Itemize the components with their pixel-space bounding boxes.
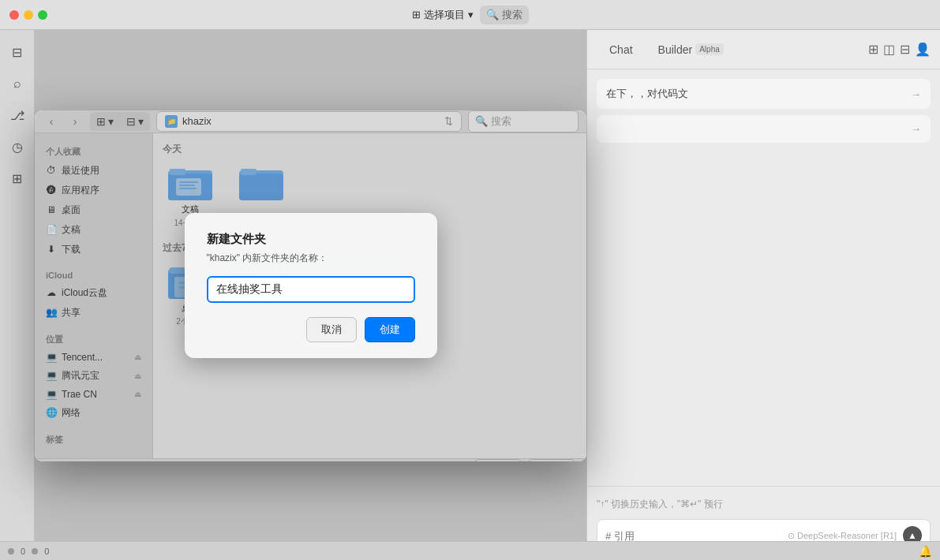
chevron-down-icon: ▾ (468, 9, 474, 21)
minimize-button[interactable] (24, 10, 33, 20)
chat-input[interactable] (605, 530, 781, 542)
message-text-1: 在下，，对代码文 (606, 87, 688, 101)
send-icon: ▲ (908, 530, 917, 541)
new-folder-dialog: 新建文件夹 "khazix" 内新文件夹的名称： 取消 创建 (185, 213, 437, 358)
traffic-lights (9, 10, 47, 20)
alpha-badge: Alpha (695, 43, 724, 55)
search-placeholder-text: 搜索 (502, 8, 522, 22)
status-dot-2 (32, 548, 38, 554)
status-dot-1 (8, 548, 14, 554)
sidebar-item-search[interactable]: ⌕ (5, 71, 30, 96)
right-panel-content: 在下，，对代码文 → → (587, 69, 940, 486)
message-arrow-2: → (911, 123, 921, 135)
search-icon: ⌕ (13, 77, 21, 91)
sidebar-item-layers[interactable]: ⊟ (5, 39, 30, 65)
finder-overlay: ‹ › ⊞ ▾ ⊟ ▾ 📁 khazix ⇅ (35, 30, 586, 541)
dialog-create-button[interactable]: 创建 (365, 317, 415, 342)
message-item-1: 在下，，对代码文 → (597, 79, 931, 109)
status-count-2: 0 (44, 547, 49, 556)
titlebar-center: ⊞ 选择项目 ▾ 🔍 搜索 (412, 6, 529, 24)
project-icon: ⊞ (412, 9, 421, 21)
dialog-buttons: 取消 创建 (207, 317, 415, 342)
panel-actions: ⊞ ◫ ⊟ 👤 (868, 42, 931, 57)
history-icon: ◷ (12, 140, 23, 155)
status-count-1: 0 (21, 547, 25, 556)
model-info: ⊙ DeepSeek-Reasoner [R1] (788, 531, 897, 541)
search-icon-small: 🔍 (486, 9, 499, 21)
right-panel-header: Chat Builder Alpha ⊞ ◫ ⊟ 👤 (587, 30, 940, 69)
project-label: 选择项目 (424, 8, 465, 22)
branch-icon: ⎇ (10, 108, 24, 123)
tab-builder[interactable]: Builder Alpha (649, 39, 733, 60)
titlebar: ⊞ 选择项目 ▾ 🔍 搜索 (0, 0, 940, 30)
dialog-overlay: 新建文件夹 "khazix" 内新文件夹的名称： 取消 创建 (35, 110, 586, 461)
project-selector[interactable]: ⊞ 选择项目 ▾ (412, 8, 474, 22)
sidebar-item-extensions[interactable]: ⊞ (5, 166, 30, 191)
right-panel: Chat Builder Alpha ⊞ ◫ ⊟ 👤 在下，，对代码文 → → (586, 30, 940, 560)
tab-chat[interactable]: Chat (600, 39, 642, 60)
layers-icon: ⊟ (12, 45, 22, 60)
notification-icon[interactable]: 🔔 (919, 545, 932, 558)
hint-text: "↑" 切换历史输入，"⌘↵" 预行 (597, 495, 931, 514)
icon-sidebar: ⊟ ⌕ ⎇ ◷ ⊞ (0, 30, 35, 560)
panel-icon-2[interactable]: ◫ (883, 42, 895, 57)
main-layout: ⊟ ⌕ ⎇ ◷ ⊞ ‹ › ⊞ ▾ (0, 30, 940, 560)
close-button[interactable] (9, 10, 19, 20)
dialog-cancel-button[interactable]: 取消 (306, 317, 357, 342)
status-bar: 0 0 🔔 (0, 541, 940, 560)
panel-icon-1[interactable]: ⊞ (868, 42, 878, 57)
panel-icon-user[interactable]: 👤 (915, 42, 931, 57)
dialog-subtitle: "khazix" 内新文件夹的名称： (207, 252, 415, 265)
sidebar-item-branch[interactable]: ⎇ (5, 103, 30, 128)
builder-label: Builder (658, 43, 693, 56)
panel-icon-3[interactable]: ⊟ (900, 42, 910, 57)
maximize-button[interactable] (38, 10, 47, 20)
search-bar[interactable]: 🔍 搜索 (480, 6, 529, 24)
finder-window: ‹ › ⊞ ▾ ⊟ ▾ 📁 khazix ⇅ (35, 110, 586, 461)
folder-name-input[interactable] (207, 276, 415, 303)
sidebar-item-history[interactable]: ◷ (5, 134, 30, 159)
message-arrow-1: → (911, 88, 921, 100)
dialog-title: 新建文件夹 (207, 232, 415, 247)
message-item-2: → (597, 115, 931, 143)
extensions-icon: ⊞ (12, 171, 22, 186)
